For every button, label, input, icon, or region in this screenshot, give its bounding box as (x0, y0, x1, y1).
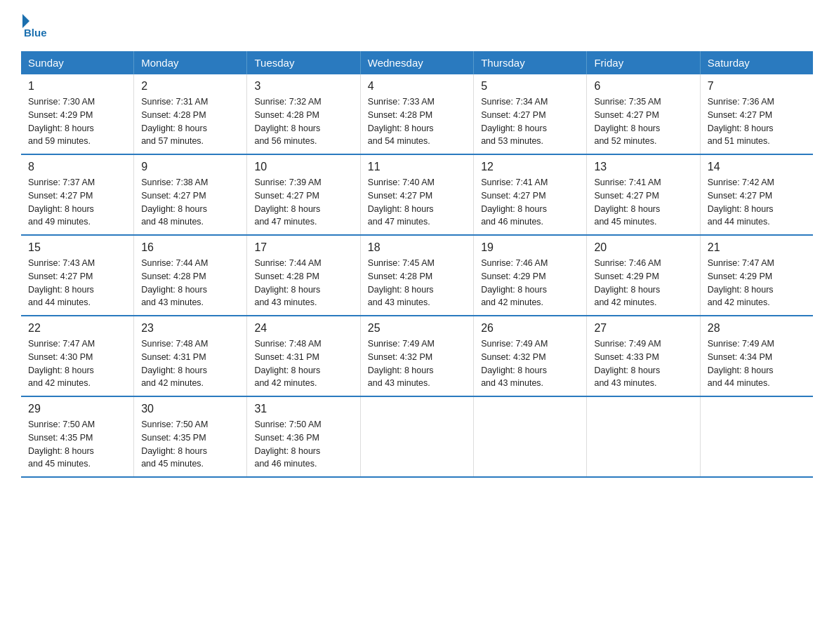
col-header-tuesday: Tuesday (247, 51, 360, 74)
day-number: 15 (28, 241, 126, 254)
week-row-5: 29 Sunrise: 7:50 AM Sunset: 4:35 PM Dayl… (21, 396, 813, 477)
col-header-thursday: Thursday (474, 51, 587, 74)
day-number: 31 (254, 403, 352, 415)
day-info: Sunrise: 7:38 AM Sunset: 4:27 PM Dayligh… (141, 176, 239, 229)
calendar-cell: 11 Sunrise: 7:40 AM Sunset: 4:27 PM Dayl… (360, 154, 473, 235)
day-number: 24 (254, 322, 352, 335)
calendar-cell: 24 Sunrise: 7:48 AM Sunset: 4:31 PM Dayl… (247, 316, 360, 396)
calendar-cell: 7 Sunrise: 7:36 AM Sunset: 4:27 PM Dayli… (700, 74, 813, 154)
calendar-cell (587, 396, 700, 477)
day-number: 20 (594, 241, 692, 254)
day-number: 12 (481, 161, 579, 173)
calendar-cell: 12 Sunrise: 7:41 AM Sunset: 4:27 PM Dayl… (474, 154, 587, 235)
logo-subtitle: Blue (24, 27, 47, 39)
day-number: 7 (708, 80, 806, 93)
day-number: 3 (254, 80, 352, 93)
day-number: 30 (141, 403, 239, 415)
day-info: Sunrise: 7:39 AM Sunset: 4:27 PM Dayligh… (254, 176, 352, 229)
calendar-cell: 28 Sunrise: 7:49 AM Sunset: 4:34 PM Dayl… (700, 316, 813, 396)
calendar-cell: 18 Sunrise: 7:45 AM Sunset: 4:28 PM Dayl… (360, 235, 473, 316)
day-number: 9 (141, 161, 239, 173)
calendar-cell: 16 Sunrise: 7:44 AM Sunset: 4:28 PM Dayl… (134, 235, 247, 316)
calendar-cell (360, 396, 473, 477)
calendar-cell: 10 Sunrise: 7:39 AM Sunset: 4:27 PM Dayl… (247, 154, 360, 235)
week-row-1: 1 Sunrise: 7:30 AM Sunset: 4:29 PM Dayli… (21, 74, 813, 154)
day-info: Sunrise: 7:36 AM Sunset: 4:27 PM Dayligh… (708, 95, 806, 148)
day-number: 18 (368, 241, 466, 254)
day-number: 28 (708, 322, 806, 335)
calendar-cell: 22 Sunrise: 7:47 AM Sunset: 4:30 PM Dayl… (21, 316, 134, 396)
week-row-3: 15 Sunrise: 7:43 AM Sunset: 4:27 PM Dayl… (21, 235, 813, 316)
day-number: 16 (141, 241, 239, 254)
day-number: 25 (368, 322, 466, 335)
day-info: Sunrise: 7:46 AM Sunset: 4:29 PM Dayligh… (594, 257, 692, 309)
calendar-cell: 23 Sunrise: 7:48 AM Sunset: 4:31 PM Dayl… (134, 316, 247, 396)
day-number: 6 (594, 80, 692, 93)
day-info: Sunrise: 7:49 AM Sunset: 4:34 PM Dayligh… (708, 337, 806, 390)
page-header: Blue (21, 14, 813, 39)
day-number: 13 (594, 161, 692, 173)
day-info: Sunrise: 7:45 AM Sunset: 4:28 PM Dayligh… (368, 257, 466, 309)
calendar-cell: 2 Sunrise: 7:31 AM Sunset: 4:28 PM Dayli… (134, 74, 247, 154)
day-info: Sunrise: 7:47 AM Sunset: 4:30 PM Dayligh… (28, 337, 126, 390)
day-info: Sunrise: 7:34 AM Sunset: 4:27 PM Dayligh… (481, 95, 579, 148)
day-number: 17 (254, 241, 352, 254)
day-number: 14 (708, 161, 806, 173)
day-info: Sunrise: 7:40 AM Sunset: 4:27 PM Dayligh… (368, 176, 466, 229)
day-number: 26 (481, 322, 579, 335)
calendar-cell: 6 Sunrise: 7:35 AM Sunset: 4:27 PM Dayli… (587, 74, 700, 154)
calendar-cell: 29 Sunrise: 7:50 AM Sunset: 4:35 PM Dayl… (21, 396, 134, 477)
day-info: Sunrise: 7:50 AM Sunset: 4:35 PM Dayligh… (28, 418, 126, 471)
day-info: Sunrise: 7:31 AM Sunset: 4:28 PM Dayligh… (141, 95, 239, 148)
calendar-header-row: SundayMondayTuesdayWednesdayThursdayFrid… (21, 51, 813, 74)
day-info: Sunrise: 7:44 AM Sunset: 4:28 PM Dayligh… (254, 257, 352, 309)
day-info: Sunrise: 7:50 AM Sunset: 4:35 PM Dayligh… (141, 418, 239, 471)
day-info: Sunrise: 7:48 AM Sunset: 4:31 PM Dayligh… (141, 337, 239, 390)
calendar-cell: 31 Sunrise: 7:50 AM Sunset: 4:36 PM Dayl… (247, 396, 360, 477)
calendar-cell: 13 Sunrise: 7:41 AM Sunset: 4:27 PM Dayl… (587, 154, 700, 235)
calendar-cell: 1 Sunrise: 7:30 AM Sunset: 4:29 PM Dayli… (21, 74, 134, 154)
day-number: 10 (254, 161, 352, 173)
day-number: 29 (28, 403, 126, 415)
day-info: Sunrise: 7:49 AM Sunset: 4:33 PM Dayligh… (594, 337, 692, 390)
day-number: 5 (481, 80, 579, 93)
day-number: 2 (141, 80, 239, 93)
calendar-cell: 4 Sunrise: 7:33 AM Sunset: 4:28 PM Dayli… (360, 74, 473, 154)
day-number: 8 (28, 161, 126, 173)
calendar-cell: 30 Sunrise: 7:50 AM Sunset: 4:35 PM Dayl… (134, 396, 247, 477)
day-number: 11 (368, 161, 466, 173)
calendar-cell: 27 Sunrise: 7:49 AM Sunset: 4:33 PM Dayl… (587, 316, 700, 396)
day-info: Sunrise: 7:41 AM Sunset: 4:27 PM Dayligh… (594, 176, 692, 229)
calendar-cell (474, 396, 587, 477)
calendar-cell: 5 Sunrise: 7:34 AM Sunset: 4:27 PM Dayli… (474, 74, 587, 154)
day-number: 1 (28, 80, 126, 93)
week-row-2: 8 Sunrise: 7:37 AM Sunset: 4:27 PM Dayli… (21, 154, 813, 235)
day-info: Sunrise: 7:42 AM Sunset: 4:27 PM Dayligh… (708, 176, 806, 229)
day-number: 4 (368, 80, 466, 93)
day-number: 22 (28, 322, 126, 335)
calendar-cell (700, 396, 813, 477)
calendar-table: SundayMondayTuesdayWednesdayThursdayFrid… (21, 51, 813, 478)
col-header-sunday: Sunday (21, 51, 134, 74)
day-info: Sunrise: 7:50 AM Sunset: 4:36 PM Dayligh… (254, 418, 352, 471)
calendar-cell: 19 Sunrise: 7:46 AM Sunset: 4:29 PM Dayl… (474, 235, 587, 316)
calendar-cell: 9 Sunrise: 7:38 AM Sunset: 4:27 PM Dayli… (134, 154, 247, 235)
day-info: Sunrise: 7:43 AM Sunset: 4:27 PM Dayligh… (28, 257, 126, 309)
day-info: Sunrise: 7:48 AM Sunset: 4:31 PM Dayligh… (254, 337, 352, 390)
col-header-friday: Friday (587, 51, 700, 74)
calendar-cell: 25 Sunrise: 7:49 AM Sunset: 4:32 PM Dayl… (360, 316, 473, 396)
day-info: Sunrise: 7:46 AM Sunset: 4:29 PM Dayligh… (481, 257, 579, 309)
calendar-cell: 21 Sunrise: 7:47 AM Sunset: 4:29 PM Dayl… (700, 235, 813, 316)
calendar-cell: 26 Sunrise: 7:49 AM Sunset: 4:32 PM Dayl… (474, 316, 587, 396)
calendar-cell: 14 Sunrise: 7:42 AM Sunset: 4:27 PM Dayl… (700, 154, 813, 235)
day-number: 27 (594, 322, 692, 335)
day-info: Sunrise: 7:47 AM Sunset: 4:29 PM Dayligh… (708, 257, 806, 309)
calendar-cell: 17 Sunrise: 7:44 AM Sunset: 4:28 PM Dayl… (247, 235, 360, 316)
col-header-wednesday: Wednesday (360, 51, 473, 74)
week-row-4: 22 Sunrise: 7:47 AM Sunset: 4:30 PM Dayl… (21, 316, 813, 396)
col-header-saturday: Saturday (700, 51, 813, 74)
day-info: Sunrise: 7:32 AM Sunset: 4:28 PM Dayligh… (254, 95, 352, 148)
logo: Blue (21, 14, 47, 39)
day-info: Sunrise: 7:30 AM Sunset: 4:29 PM Dayligh… (28, 95, 126, 148)
day-info: Sunrise: 7:49 AM Sunset: 4:32 PM Dayligh… (368, 337, 466, 390)
